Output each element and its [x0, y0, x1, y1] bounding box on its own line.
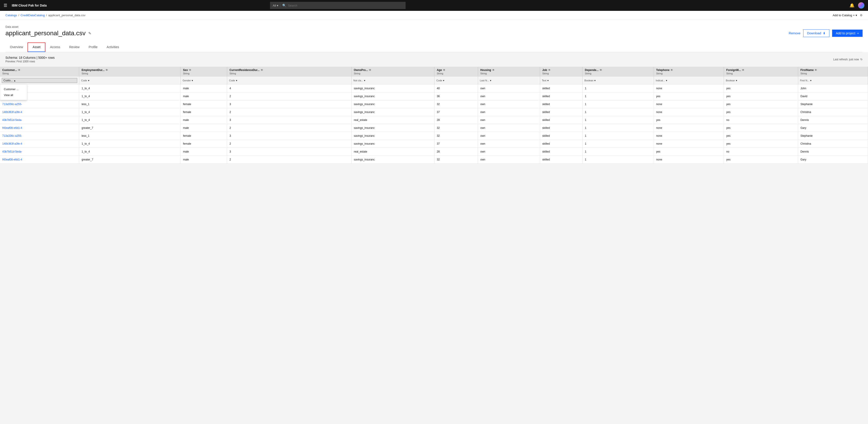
filter-job[interactable]: Text ▾: [540, 77, 583, 85]
breadcrumb-catalog-name[interactable]: CreditDataCatalog: [21, 13, 45, 17]
filter-row: Custo... ▲ Customer ... View all Code ▾: [0, 77, 868, 85]
schema-columns-info: Schema: 18 Columns | 5000+ rows: [5, 56, 55, 59]
download-button[interactable]: Download ⬇: [803, 29, 829, 37]
add-to-catalog-button[interactable]: Add to Catalog + ▾: [833, 13, 857, 17]
chevron-down-icon: ▾: [810, 79, 811, 82]
schema-section: Schema: 18 Columns | 5000+ rows Preview:…: [0, 52, 868, 67]
search-bar: All ▾ 🔍: [270, 2, 406, 9]
col-header-age: Age 👁 String: [434, 67, 478, 77]
cell-age: 40: [434, 85, 478, 92]
breadcrumb-bar: Catalogs / CreditDataCatalog / applicant…: [0, 11, 868, 20]
eye-icon-foreign[interactable]: 👁: [742, 68, 744, 72]
filter-housing[interactable]: Last N... ▾: [478, 77, 540, 85]
col-header-sex: Sex 👁 String: [181, 67, 227, 77]
refresh-icon[interactable]: ↻: [860, 58, 863, 61]
tab-asset[interactable]: Asset: [28, 43, 45, 52]
filter-employment[interactable]: Code ▾: [79, 77, 181, 85]
asset-title-row: applicant_personal_data.csv ✎ Remove Dow…: [5, 29, 863, 37]
filter-dep[interactable]: Boolean ▾: [583, 77, 654, 85]
col-header-foreign: ForeignW... 👁 String: [724, 67, 798, 77]
cell-telephone: none: [654, 85, 724, 92]
eye-icon-owns[interactable]: 👁: [369, 68, 371, 72]
col-header-telephone: Telephone 👁 String: [654, 67, 724, 77]
remove-button[interactable]: Remove: [789, 31, 801, 35]
settings-icon[interactable]: ⚙: [860, 13, 863, 17]
tab-activities[interactable]: Activities: [102, 43, 124, 52]
chevron-down-icon: ▾: [490, 79, 491, 82]
notification-bell-icon[interactable]: 🔔: [849, 3, 855, 8]
hamburger-icon[interactable]: ☰: [4, 3, 7, 8]
avatar[interactable]: [858, 2, 864, 8]
add-to-project-button[interactable]: Add to project +: [832, 30, 863, 37]
eye-icon-age[interactable]: 👁: [443, 68, 445, 72]
tab-review[interactable]: Review: [65, 43, 84, 52]
eye-icon-sex[interactable]: 👁: [189, 68, 191, 72]
table-header-row: Customer... 👁 String EmploymentDur... 👁 …: [0, 67, 868, 77]
table-row: 713a336c-a255- less_1 female 3 savings_i…: [0, 132, 868, 140]
chevron-down-icon: ▾: [192, 79, 193, 82]
customer-dropdown-popup: Customer ... View all: [0, 84, 27, 100]
brand-logo: IBM Cloud Pak for Data: [12, 4, 47, 7]
col-header-firstname: FirstName 👁 String: [798, 67, 868, 77]
chevron-down-icon: ▾: [236, 79, 237, 82]
refresh-info: Last refresh: just now ↻: [833, 58, 863, 61]
filter-age[interactable]: Code ▾: [434, 77, 478, 85]
filter-sex[interactable]: Gender ▾: [181, 77, 227, 85]
eye-icon-residence[interactable]: 👁: [260, 68, 263, 72]
nav-right-icons: 🔔: [849, 2, 864, 8]
schema-info: Schema: 18 Columns | 5000+ rows Preview:…: [5, 56, 863, 63]
col-header-dep: Depende... 👁 String: [583, 67, 654, 77]
tab-overview[interactable]: Overview: [5, 43, 28, 52]
breadcrumb-catalogs[interactable]: Catalogs: [5, 13, 17, 17]
filter-foreign[interactable]: Boolean ▾: [724, 77, 798, 85]
eye-icon-customer[interactable]: 👁: [18, 68, 21, 72]
eye-icon-housing[interactable]: 👁: [492, 68, 495, 72]
eye-icon-telephone[interactable]: 👁: [671, 68, 673, 72]
eye-icon-dep[interactable]: 👁: [599, 68, 602, 72]
tabs: Overview Asset Access Review Profile Act…: [5, 43, 863, 52]
table-row: 43b7b51d-5eda- 1_to_4 male 3 real_estate…: [0, 116, 868, 124]
eye-icon-job[interactable]: 👁: [548, 68, 551, 72]
breadcrumb-separator-2: /: [46, 13, 47, 17]
cell-owns: savings_insuranc: [351, 85, 434, 92]
table-row: 43b7b51d-5eda- 1_to_4 male 3 real_estate…: [0, 148, 868, 156]
col-header-residence: CurrentResidenceDur... 👁 String: [227, 67, 351, 77]
breadcrumb-separator-1: /: [18, 13, 19, 17]
popup-item-view-all[interactable]: View all: [0, 92, 27, 98]
table-row: 713a556c-a255- less_1 female 3 savings_i…: [0, 100, 868, 108]
filter-telephone[interactable]: Indicat... ▾: [654, 77, 724, 85]
asset-title: applicant_personal_data.csv: [5, 30, 86, 37]
col-header-job: Job 👁 String: [540, 67, 583, 77]
edit-icon[interactable]: ✎: [88, 31, 91, 35]
filter-firstname[interactable]: First N... ▾: [798, 77, 868, 85]
tab-profile[interactable]: Profile: [84, 43, 102, 52]
chevron-down-icon: ▾: [277, 4, 278, 7]
search-scope-dropdown[interactable]: All ▾: [273, 4, 280, 7]
add-icon: +: [857, 31, 859, 35]
chevron-down-icon: ▾: [547, 79, 549, 82]
up-arrow-icon: ▲: [13, 79, 16, 82]
eye-icon-employment[interactable]: 👁: [105, 68, 108, 72]
filter-residence[interactable]: Code ▾: [227, 77, 351, 85]
col-header-employment: EmploymentDur... 👁 String: [79, 67, 181, 77]
cell-residence: 4: [227, 85, 351, 92]
cell-dep: 1: [583, 85, 654, 92]
download-label: Download: [807, 31, 821, 35]
filter-owns[interactable]: Not cla... ▾: [351, 77, 434, 85]
eye-icon-firstname[interactable]: 👁: [814, 68, 817, 72]
col-header-owns: OwnsPro... 👁 String: [351, 67, 434, 77]
chevron-down-icon: ▾: [443, 79, 444, 82]
col-header-housing: Housing 👁 String: [478, 67, 540, 77]
search-input[interactable]: [288, 4, 403, 7]
filter-customer[interactable]: Custo... ▲ Customer ... View all: [0, 77, 79, 85]
table-row: f40eaf08-e6d1-4 greater_7 male 2 savings…: [0, 156, 868, 164]
search-scope-label: All: [273, 4, 276, 7]
chevron-down-icon: ▾: [856, 13, 857, 17]
tab-access[interactable]: Access: [45, 43, 65, 52]
table-row: f40eaf08-e6d1-4 greater_7 male 2 savings…: [0, 124, 868, 132]
popup-item-customer[interactable]: Customer ...: [0, 86, 27, 92]
cell-customer: 713a556c-a255-: [0, 100, 79, 108]
chevron-down-icon: ▾: [364, 79, 365, 82]
download-icon: ⬇: [823, 31, 826, 35]
chevron-down-icon: ▾: [666, 79, 667, 82]
